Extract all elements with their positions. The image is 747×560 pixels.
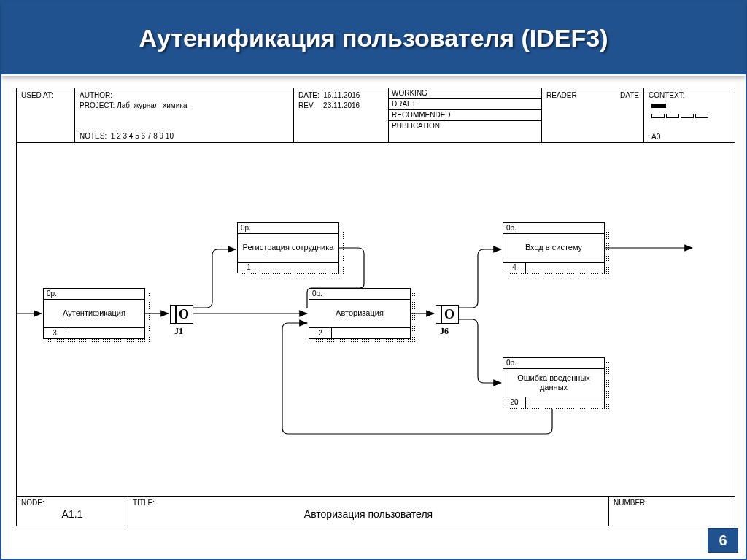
hdr-dates: DATE: 16.11.2016 REV: 23.11.2016 bbox=[294, 88, 389, 142]
page-number: 6 bbox=[708, 528, 738, 553]
hdr-status: WORKING DRAFT RECOMMENDED PUBLICATION bbox=[389, 88, 542, 142]
hdr-author-project: AUTHOR: PROJECT: Лаб_журнал_химика NOTES… bbox=[75, 88, 294, 142]
context-breadcrumb-icon bbox=[651, 101, 710, 118]
slide-title: Аутенификация пользователя (IDEF3) bbox=[139, 24, 608, 52]
hdr-context: CONTEXT: A0 bbox=[644, 88, 735, 142]
junction-j1-label: J1 bbox=[174, 326, 183, 337]
hdr-used-at: USED AT: bbox=[17, 88, 75, 142]
uob-login: 0р. Вход в систему 4 bbox=[503, 222, 605, 273]
footer-title: TITLE: Авторизация пользователя bbox=[128, 497, 609, 526]
diagram-footer: NODE: A1.1 TITLE: Авторизация пользовате… bbox=[17, 496, 735, 526]
context-code: A0 bbox=[651, 133, 660, 141]
title-bar: Аутенификация пользователя (IDEF3) bbox=[1, 1, 746, 76]
footer-number: NUMBER: bbox=[609, 497, 735, 526]
hdr-reader: READER DATE bbox=[542, 88, 644, 142]
uob-error: 0р. Ошибка введенных данных 20 bbox=[503, 357, 605, 408]
slide: Аутенификация пользователя (IDEF3) USED … bbox=[0, 0, 747, 560]
junction-j6: O bbox=[436, 305, 459, 324]
footer-node: NODE: A1.1 bbox=[17, 497, 128, 526]
uob-authentication: 0р. Аутентификация 3 bbox=[43, 288, 145, 339]
uob-registration: 0р. Регистрация сотрудника 1 bbox=[237, 222, 339, 273]
junction-j1: O bbox=[170, 305, 193, 324]
junction-j6-label: J6 bbox=[440, 326, 449, 337]
diagram-sheet: USED AT: AUTHOR: PROJECT: Лаб_журнал_хим… bbox=[16, 88, 735, 526]
uob-authorization: 0р. Авторизация 2 bbox=[309, 288, 411, 339]
diagram-canvas: 0р. Аутентификация 3 0р. Регистрация сот… bbox=[17, 142, 735, 497]
diagram-header: USED AT: AUTHOR: PROJECT: Лаб_журнал_хим… bbox=[17, 88, 735, 143]
